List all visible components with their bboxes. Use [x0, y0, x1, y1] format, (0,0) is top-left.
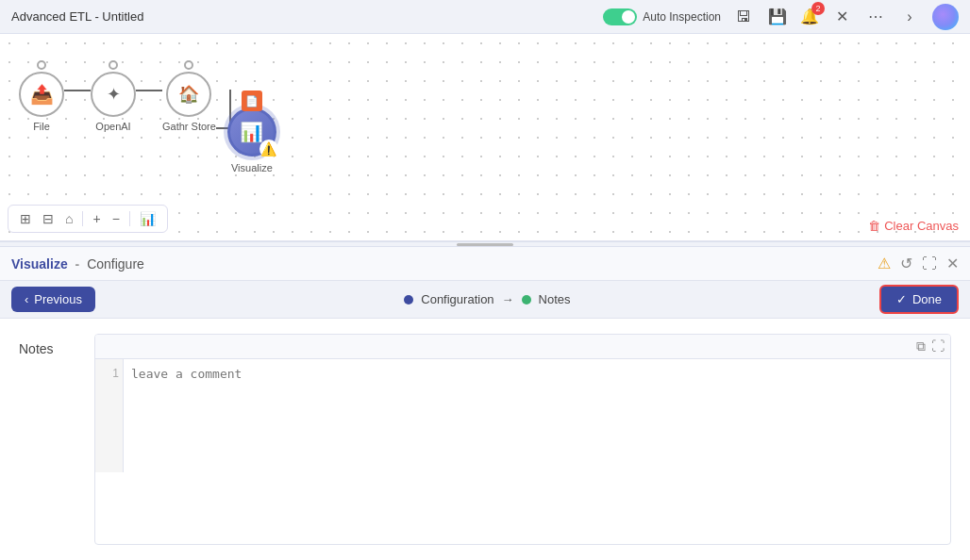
clear-canvas-button[interactable]: 🗑 Clear Canvas [868, 219, 959, 233]
configure-sub-label: Configure [87, 256, 144, 272]
canvas-toolbar: ⊞ ⊟ ⌂ + − 📊 [8, 205, 168, 233]
notes-textarea[interactable] [124, 359, 950, 472]
connector-1 [64, 90, 91, 91]
save-icon[interactable]: 💾 [766, 8, 789, 25]
node-visualize-label: Visualize [231, 162, 273, 173]
topbar: Advanced ETL - Untitled Auto Inspection … [0, 0, 970, 34]
table-icon[interactable]: ⊟ [39, 209, 58, 228]
configure-header: Visualize - Configure ⚠ ↺ ⛶ ✕ [0, 247, 970, 281]
auto-inspection-label: Auto Inspection [643, 10, 721, 24]
node-openai-circle: ✦ [91, 72, 136, 117]
user-avatar [932, 4, 959, 30]
editor-toolbar: ⧉ ⛶ [95, 335, 950, 359]
line-number-1: 1 [99, 367, 119, 380]
editor-body: 1 [95, 359, 950, 472]
nav-bar: ‹ Previous Configuration → Notes ✓ Done [0, 281, 970, 319]
bell-wrap[interactable]: 🔔 2 [800, 8, 819, 25]
done-label: Done [912, 292, 942, 306]
expand-action-icon[interactable]: ⛶ [922, 255, 937, 272]
close-action-icon[interactable]: ✕ [946, 255, 959, 272]
step-indicators: Configuration → Notes [404, 292, 570, 306]
node-file-dot-top [37, 60, 46, 70]
toolbar-sep [82, 211, 83, 226]
auto-inspection-toggle[interactable] [603, 8, 637, 25]
chevron-left-icon: ‹ [25, 292, 28, 306]
more-icon[interactable]: ⋯ [864, 8, 887, 25]
trash-icon: 🗑 [868, 219, 880, 233]
expand-editor-icon[interactable]: ⛶ [931, 338, 945, 354]
done-button[interactable]: ✓ Done [879, 285, 959, 314]
node-file-circle: 📤 [19, 72, 64, 117]
notes-section-label: Notes [19, 334, 75, 545]
copy-icon[interactable]: ⧉ [916, 338, 926, 354]
node-openai-dot-top [109, 60, 118, 70]
configure-title: Visualize - Configure [11, 256, 144, 272]
step2-dot [522, 295, 531, 305]
step1-label: Configuration [421, 292, 493, 306]
node-openai[interactable]: ✦ OpenAI [91, 60, 136, 132]
zoom-out-icon[interactable]: − [109, 209, 124, 228]
node-visualize-file-badge: 📄 [242, 91, 262, 111]
main-content: Notes ⧉ ⛶ 1 [0, 319, 970, 560]
grid-icon[interactable]: ⊞ [16, 209, 35, 228]
canvas-area: 📤 File ✦ OpenAI 🏠 Gathr Store 📄 [0, 34, 970, 241]
configure-node-name: Visualize [11, 256, 68, 272]
step-divider-line [457, 243, 513, 246]
node-gathr-label: Gathr Store [162, 121, 216, 132]
node-file-label: File [33, 121, 50, 132]
node-gathr-circle: 🏠 [166, 72, 211, 117]
step-arrow: → [502, 292, 514, 306]
configure-sep: - [75, 256, 84, 272]
checkmark-icon: ✓ [896, 292, 907, 306]
step2-label: Notes [539, 292, 571, 306]
auto-inspection-toggle-wrap[interactable]: Auto Inspection [603, 8, 721, 25]
home-icon[interactable]: ⌂ [61, 209, 76, 228]
configure-actions: ⚠ ↺ ⛶ ✕ [878, 255, 959, 272]
reset-action-icon[interactable]: ↺ [900, 255, 912, 272]
toolbar-sep-2 [129, 211, 130, 226]
chart-icon[interactable]: 📊 [136, 209, 159, 228]
topbar-right: Auto Inspection 🖫 💾 🔔 2 ✕ ⋯ › [603, 4, 959, 30]
close-icon[interactable]: ✕ [830, 8, 853, 25]
bell-badge: 2 [811, 2, 825, 15]
node-file[interactable]: 📤 File [19, 60, 64, 132]
clear-canvas-label: Clear Canvas [884, 219, 959, 233]
previous-label: Previous [34, 292, 82, 306]
node-gathr[interactable]: 🏠 Gathr Store [162, 60, 216, 132]
node-gathr-dot-top [184, 60, 193, 70]
warning-badge: ⚠️ [259, 140, 278, 158]
warning-action-icon[interactable]: ⚠ [878, 255, 891, 272]
nodes-row: 📤 File ✦ OpenAI 🏠 Gathr Store 📄 [19, 60, 276, 173]
step1-dot [404, 295, 413, 305]
notes-editor[interactable]: ⧉ ⛶ 1 [94, 334, 951, 545]
next-icon[interactable]: › [898, 8, 921, 25]
save-alt-icon[interactable]: 🖫 [732, 8, 755, 25]
connector-2 [136, 90, 162, 91]
app-title: Advanced ETL - Untitled [11, 9, 143, 24]
zoom-in-icon[interactable]: + [89, 209, 104, 228]
previous-button[interactable]: ‹ Previous [11, 287, 95, 312]
line-numbers: 1 [95, 359, 124, 472]
node-openai-label: OpenAI [95, 121, 130, 132]
node-visualize[interactable]: 📄 📊 ⚠️ Visualize [227, 107, 276, 173]
